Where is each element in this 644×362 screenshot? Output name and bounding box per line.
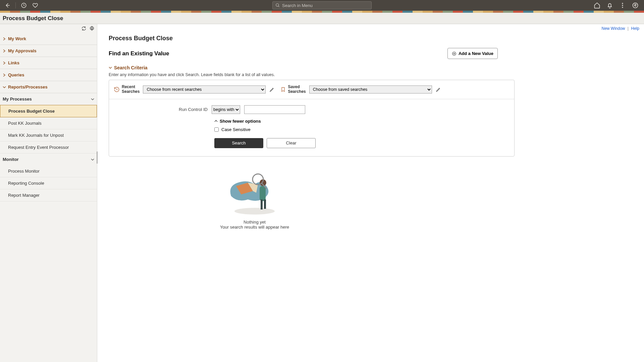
new-window-link[interactable]: New Window [601,26,625,31]
gear-icon[interactable] [89,25,95,32]
divider [15,2,16,8]
svg-point-10 [234,208,275,215]
case-sensitive-label: Case Sensitive [221,127,251,132]
svg-point-4 [622,7,623,8]
criteria-searches-row: RecentSearches Choose from recent search… [109,80,514,99]
header-right [594,2,644,9]
page-title: Process Budget Close [3,15,63,22]
plus-circle-icon [452,51,457,56]
nav-label: Reports/Processes [8,84,48,89]
back-arrow-icon[interactable] [4,2,11,9]
sidebar-group-monitor[interactable]: Monitor [0,154,97,165]
chevron-right-icon [3,61,6,65]
nav-label: My Work [8,36,26,41]
svg-rect-14 [264,199,266,209]
home-icon[interactable] [594,2,600,9]
sidebar-group-my-processes[interactable]: My Processes [0,93,97,105]
history-icon [114,86,120,93]
main-content: New Window | Help Process Budget Close F… [97,24,644,362]
sidebar-item-my-work[interactable]: My Work [0,33,97,45]
criteria-body: Run Control ID begins with Show fewer op… [109,99,514,156]
help-link[interactable]: Help [631,26,639,31]
chevron-right-icon [3,73,6,77]
chevron-down-icon [109,66,112,69]
saved-searches-select[interactable]: Choose from saved searches [309,85,432,94]
operator-select[interactable]: begins with [212,105,240,114]
svg-point-6 [91,28,93,29]
case-sensitive-row: Case Sensitive [214,127,509,132]
button-row: Search Clear [214,138,509,148]
empty-illustration [224,166,285,216]
global-search[interactable] [272,1,372,9]
svg-point-3 [622,5,623,6]
chevron-down-icon [91,98,94,101]
sidebar-child-post-kk-journals[interactable]: Post KK Journals [0,117,97,129]
clear-button[interactable]: Clear [267,138,316,148]
refresh-icon[interactable] [81,25,87,32]
chevron-right-icon [3,49,6,53]
sidebar-item-my-approvals[interactable]: My Approvals [0,45,97,57]
sidebar-item-reports-processes[interactable]: Reports/Processes [0,81,97,93]
sidebar-item-queries[interactable]: Queries [0,69,97,81]
bell-icon[interactable] [606,2,613,9]
add-new-value-button[interactable]: Add a New Value [447,48,498,59]
case-sensitive-checkbox[interactable] [214,127,219,132]
svg-point-2 [622,3,623,4]
chevron-right-icon [3,37,6,41]
clock-icon[interactable] [20,2,27,9]
subheading: Find an Existing Value [109,50,169,57]
heart-icon[interactable] [32,2,39,9]
edit-recent-icon[interactable] [269,86,275,93]
sidebar-toolbar [0,24,97,33]
recent-searches-select[interactable]: Choose from recent searches [143,85,266,94]
chevron-up-icon [214,119,218,123]
sidebar-child-request-entry-event[interactable]: Request Entry Event Processor [0,141,97,154]
saved-searches-label: SavedSearches [288,85,306,94]
nav-label: Queries [8,72,24,77]
show-fewer-options-toggle[interactable]: Show fewer options [214,119,509,124]
search-criteria-label: Search Criteria [114,65,148,70]
criteria-hint: Enter any information you have and click… [109,72,639,77]
nav-label: My Approvals [8,48,37,53]
svg-rect-13 [261,199,263,209]
search-icon [275,3,280,8]
svg-point-5 [633,3,638,8]
main-heading: Process Budget Close [109,35,639,42]
nav-label: Links [8,60,19,65]
chevron-down-icon [91,158,94,161]
criteria-box: RecentSearches Choose from recent search… [109,80,515,157]
sidebar: My Work My Approvals Links Queries Repor… [0,24,97,362]
empty-state: Nothing yet Your search results will app… [109,166,400,230]
group-label: Monitor [3,157,19,162]
bookmark-icon [280,86,286,93]
empty-subtitle: Your search results will appear here [109,225,400,230]
sidebar-child-process-monitor[interactable]: Process Monitor [0,165,97,177]
group-label: My Processes [3,97,32,102]
run-control-input[interactable] [244,105,305,114]
compass-icon[interactable] [632,2,639,9]
top-links: New Window | Help [109,24,639,33]
header-left [0,2,39,9]
empty-title: Nothing yet [109,220,400,225]
chevron-down-icon [3,85,6,89]
sidebar-child-report-manager[interactable]: Report Manager [0,189,97,201]
svg-rect-11 [260,186,266,201]
search-criteria-toggle[interactable]: Search Criteria [109,65,639,70]
options-toggle-label: Show fewer options [220,119,261,124]
kebab-menu-icon[interactable] [619,2,626,9]
run-control-label: Run Control ID [114,107,208,112]
add-new-label: Add a New Value [459,51,493,56]
global-header [0,0,644,11]
sidebar-child-process-budget-close[interactable]: Process Budget Close [0,105,97,117]
search-button[interactable]: Search [214,138,263,148]
run-control-row: Run Control ID begins with [114,105,509,114]
separator: | [628,26,629,31]
sidebar-item-links[interactable]: Links [0,57,97,69]
global-search-input[interactable] [282,3,369,8]
subhead-row: Find an Existing Value Add a New Value [109,48,498,59]
sidebar-child-mark-kk-unpost[interactable]: Mark KK Journals for Unpost [0,129,97,141]
edit-saved-icon[interactable] [435,86,441,93]
page-title-bar: Process Budget Close [0,13,644,24]
sidebar-child-reporting-console[interactable]: Reporting Console [0,177,97,189]
svg-point-1 [276,4,279,6]
